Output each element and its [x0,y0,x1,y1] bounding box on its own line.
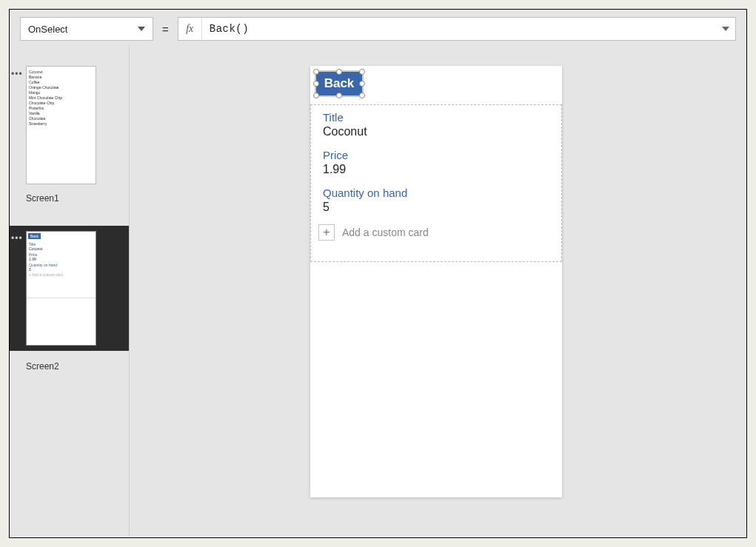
card-title[interactable]: Title Coconut [311,105,561,143]
property-dropdown-value: OnSelect [28,24,67,35]
resize-handle[interactable] [313,93,319,98]
list-item: Mint Chocolate Chip [29,95,93,101]
thumb-add-custom: + Add a custom card [29,272,93,277]
list-item: Banana [29,75,93,80]
resize-handle[interactable] [313,69,319,75]
app-frame: OnSelect = fx Back() ••• Coconut Banana … [9,9,747,538]
screen1-label: Screen1 [26,193,129,204]
add-custom-card[interactable]: + Add a custom card [311,218,561,246]
thumb-card-value: 1.99 [29,257,93,261]
list-item: Coffee [29,80,93,85]
screen1-preview: Coconut Banana Coffee Orange Chocolate M… [26,66,96,184]
card-value: 1.99 [323,163,549,176]
card-label: Title [323,111,549,124]
card-label: Price [323,149,549,161]
formula-bar: OnSelect = fx Back() [20,17,736,41]
property-dropdown[interactable]: OnSelect [20,17,153,41]
screen2-label: Screen2 [26,361,129,372]
formula-input[interactable]: fx Back() [178,17,736,41]
resize-handle[interactable] [336,69,342,75]
chevron-down-icon[interactable] [722,27,729,31]
list-item: Vanilla [29,111,93,116]
formula-expression: Back() [202,23,256,35]
screen-thumbnail-2[interactable]: ••• Back Title Coconut Price 1.99 Quanti… [10,226,129,351]
thumb-card-value: Coconut [29,246,93,251]
card-value: 5 [323,201,549,214]
list-item: Chocolate Chip [29,101,93,106]
screen2-preview: Back Title Coconut Price 1.99 Quantity o… [26,231,96,346]
thumb-card-value: 5 [29,267,93,272]
list-item: Coconut [29,70,93,75]
resize-handle[interactable] [359,93,365,98]
chevron-down-icon [138,27,145,31]
list-item: Chocolate [29,116,93,121]
list-item: Mango [29,90,93,95]
resize-handle[interactable] [336,93,342,98]
plus-icon: + [318,224,335,241]
screen-thumbnail-1[interactable]: ••• Coconut Banana Coffee Orange Chocola… [10,66,129,204]
resize-handle[interactable] [313,81,319,87]
phone-frame: Back Title Coconut Price 1.99 [310,66,562,497]
card-quantity[interactable]: Quantity on hand 5 [311,181,561,218]
display-form[interactable]: Title Coconut Price 1.99 Quantity on han… [310,104,562,262]
equals-label: = [161,17,170,41]
card-price[interactable]: Price 1.99 [311,143,561,181]
ellipsis-icon[interactable]: ••• [11,233,23,244]
list-item: Strawberry [29,121,93,127]
fx-icon: fx [178,18,202,40]
thumb-back-button: Back [28,233,41,239]
list-item: Orange Chocolate [29,85,93,90]
list-item: Pistachio [29,106,93,111]
resize-handle[interactable] [359,81,365,87]
back-button-selection[interactable]: Back [316,72,362,95]
design-canvas[interactable]: Back Title Coconut Price 1.99 [130,45,746,537]
ellipsis-icon[interactable]: ••• [11,69,23,79]
resize-handle[interactable] [359,69,365,75]
card-value: Coconut [323,125,549,138]
screens-panel: ••• Coconut Banana Coffee Orange Chocola… [10,45,130,537]
card-label: Quantity on hand [323,187,549,199]
add-custom-label: Add a custom card [342,226,429,238]
